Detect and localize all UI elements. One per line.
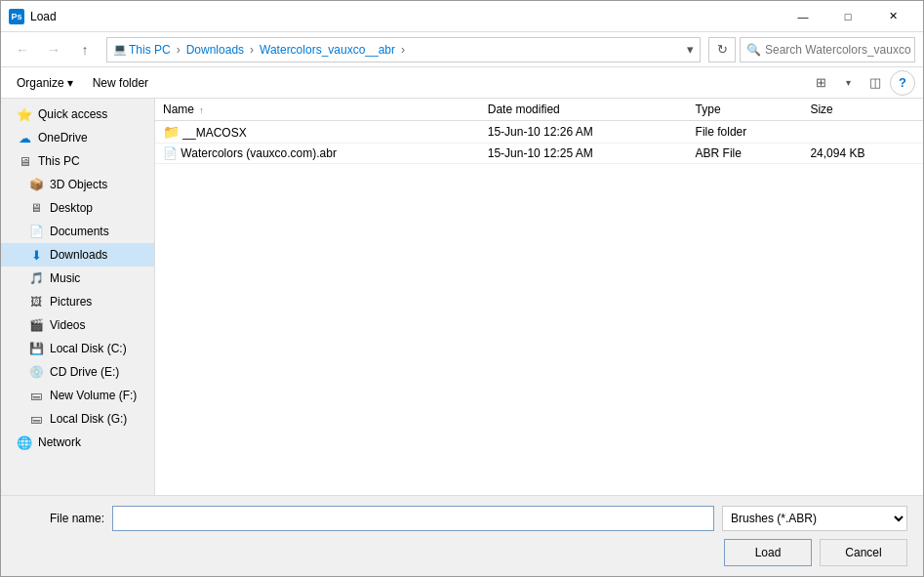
column-type[interactable]: Type	[688, 99, 803, 121]
action-bar: Organize ▾ New folder ⊞ ▾ ◫ ?	[1, 67, 923, 99]
new-folder-button[interactable]: New folder	[85, 71, 156, 95]
minimize-button[interactable]: —	[781, 1, 825, 32]
file-name-input[interactable]	[112, 506, 714, 531]
details-pane-button[interactable]: ◫	[863, 71, 888, 95]
file-type-select[interactable]: Brushes (*.ABR)	[722, 506, 907, 531]
monitor-icon: 🖥	[17, 153, 32, 169]
column-name[interactable]: Name ↑	[155, 99, 480, 121]
file-type-cell: File folder	[688, 121, 803, 144]
table-row[interactable]: 📁 __MACOSX 15-Jun-10 12:26 AM File folde…	[155, 121, 923, 144]
main-content: ⭐ Quick access ☁ OneDrive 🖥 This PC 📦 3D…	[1, 99, 923, 495]
videos-icon: 🎬	[28, 317, 44, 333]
breadcrumb-thispc[interactable]: 💻 This PC	[113, 43, 171, 57]
breadcrumb-sep-1: ›	[177, 43, 181, 57]
star-icon: ⭐	[17, 106, 32, 122]
hdd-g-icon: 🖴	[28, 411, 44, 427]
file-size-cell	[802, 121, 923, 144]
column-size[interactable]: Size	[802, 99, 923, 121]
address-dropdown-button[interactable]: ▾	[687, 42, 694, 57]
network-icon: 🌐	[17, 434, 32, 450]
file-date-cell: 15-Jun-10 12:26 AM	[480, 121, 688, 144]
bottom-bar: File name: Brushes (*.ABR) Load Cancel	[1, 495, 923, 576]
view-dropdown-button[interactable]: ▾	[835, 71, 861, 95]
sidebar-item-documents[interactable]: 📄 Documents	[1, 220, 154, 243]
file-table: Name ↑ Date modified Type Size	[155, 99, 923, 164]
sidebar-item-new-volume-f[interactable]: 🖴 New Volume (F:)	[1, 384, 154, 407]
address-bar[interactable]: 💻 This PC › Downloads › Watercolors_vaux…	[106, 37, 701, 62]
sidebar-item-local-disk-c[interactable]: 💾 Local Disk (C:)	[1, 337, 154, 360]
folder-icon: 📁	[163, 124, 180, 140]
file-list-scroll[interactable]: Name ↑ Date modified Type Size	[155, 99, 923, 495]
breadcrumb-sep-3: ›	[401, 43, 405, 57]
download-icon: ⬇	[28, 247, 44, 263]
forward-button[interactable]: →	[40, 36, 67, 63]
sidebar-item-videos[interactable]: 🎬 Videos	[1, 313, 154, 337]
file-panel: Name ↑ Date modified Type Size	[155, 99, 923, 495]
table-row[interactable]: 📄 Watercolors (vauxco.com).abr 15-Jun-10…	[155, 144, 923, 164]
sort-arrow-icon: ↑	[199, 105, 204, 115]
refresh-button[interactable]: ↻	[708, 37, 736, 62]
docs-icon: 📄	[28, 224, 44, 239]
sidebar-item-cd-drive-e[interactable]: 💿 CD Drive (E:)	[1, 360, 154, 384]
sidebar-item-pictures[interactable]: 🖼 Pictures	[1, 290, 154, 313]
cancel-button[interactable]: Cancel	[820, 539, 907, 566]
organize-dropdown-icon: ▾	[67, 76, 73, 90]
navigation-toolbar: ← → ↑ 💻 This PC › Downloads › Watercolor…	[1, 32, 923, 67]
load-dialog: Ps Load — □ ✕ ← → ↑ 💻 This PC › Download…	[0, 0, 924, 577]
breadcrumb-folder[interactable]: Watercolors_vauxco__abr	[260, 43, 395, 57]
window-title: Load	[30, 10, 781, 23]
sidebar-item-desktop[interactable]: 🖥 Desktop	[1, 196, 154, 220]
window-controls: — □ ✕	[781, 1, 915, 32]
disk-c-icon: 💾	[28, 341, 44, 356]
desktop-icon: 🖥	[28, 200, 44, 216]
file-name-cell: 📄 Watercolors (vauxco.com).abr	[155, 144, 480, 164]
button-row: Load Cancel	[17, 539, 907, 566]
file-type-cell: ABR File	[688, 144, 803, 164]
view-controls: ⊞ ▾ ◫ ?	[808, 70, 915, 96]
file-name-row: File name: Brushes (*.ABR)	[17, 506, 907, 531]
maximize-button[interactable]: □	[825, 1, 870, 32]
close-button[interactable]: ✕	[870, 1, 915, 32]
help-button[interactable]: ?	[890, 70, 915, 96]
load-button[interactable]: Load	[724, 539, 812, 566]
music-icon: 🎵	[28, 270, 44, 286]
sidebar-item-3d-objects[interactable]: 📦 3D Objects	[1, 173, 154, 196]
sidebar-item-this-pc[interactable]: 🖥 This PC	[1, 149, 154, 173]
app-icon: Ps	[9, 9, 24, 24]
breadcrumb-downloads[interactable]: Downloads	[186, 43, 244, 57]
breadcrumb-sep-2: ›	[250, 43, 254, 57]
sidebar-item-onedrive[interactable]: ☁ OneDrive	[1, 126, 154, 149]
sidebar-item-local-disk-g[interactable]: 🖴 Local Disk (G:)	[1, 407, 154, 431]
file-name-label: File name:	[17, 512, 104, 525]
file-date-cell: 15-Jun-10 12:25 AM	[480, 144, 688, 164]
search-input[interactable]	[765, 43, 911, 57]
up-button[interactable]: ↑	[71, 36, 99, 63]
hdd-f-icon: 🖴	[28, 388, 44, 403]
abr-file-icon: 📄	[163, 146, 178, 160]
sidebar-item-downloads[interactable]: ⬇ Downloads	[1, 243, 154, 267]
search-icon: 🔍	[746, 43, 761, 57]
cdrom-icon: 💿	[28, 364, 44, 380]
pictures-icon: 🖼	[28, 294, 44, 309]
title-bar: Ps Load — □ ✕	[1, 1, 923, 32]
search-bar: 🔍	[740, 37, 915, 62]
back-button[interactable]: ←	[9, 36, 36, 63]
view-grid-button[interactable]: ⊞	[808, 71, 833, 95]
organize-button[interactable]: Organize ▾	[9, 71, 81, 95]
column-date-modified[interactable]: Date modified	[480, 99, 688, 121]
sidebar-item-network[interactable]: 🌐 Network	[1, 431, 154, 454]
threed-icon: 📦	[28, 177, 44, 192]
sidebar-item-quick-access[interactable]: ⭐ Quick access	[1, 103, 154, 126]
file-size-cell: 24,094 KB	[802, 144, 923, 164]
pc-icon: 💻	[113, 43, 127, 56]
sidebar: ⭐ Quick access ☁ OneDrive 🖥 This PC 📦 3D…	[1, 99, 155, 495]
file-name-cell: 📁 __MACOSX	[155, 121, 480, 144]
sidebar-item-music[interactable]: 🎵 Music	[1, 267, 154, 290]
cloud-icon: ☁	[17, 130, 32, 145]
